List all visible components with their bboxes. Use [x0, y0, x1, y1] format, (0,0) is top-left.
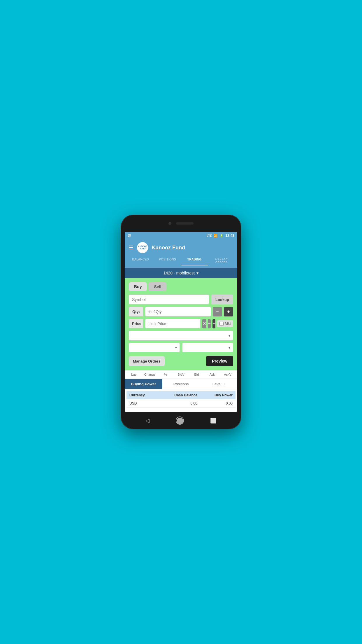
lookup-button[interactable]: Lookup — [211, 295, 233, 304]
status-bar: 🖼 LTE 📶 🔋 12:43 — [125, 232, 237, 239]
cell-cash-balance: 0.00 — [158, 399, 200, 408]
cell-buy-power: 0.00 — [200, 399, 236, 408]
trading-panel: Buy Sell Lookup Qty: − + Price: — [125, 278, 237, 370]
dropdown2a-wrap — [129, 343, 180, 352]
price-row: Price: ✕ − + Mkt — [129, 319, 233, 328]
tab-manage-orders[interactable]: MANAGE ORDERS — [208, 256, 235, 265]
phone-frame: 🖼 LTE 📶 🔋 12:43 ☰ KUNOOZ FUND Kunooz Fun… — [121, 215, 241, 429]
battery-icon: 🔋 — [219, 234, 224, 238]
price-input[interactable] — [145, 319, 201, 328]
buy-button[interactable]: Buy — [129, 282, 147, 291]
market-data-row: Last Change % BidV Bid Ask AskV — [125, 370, 237, 379]
photo-icon: 🖼 — [128, 234, 131, 237]
phone-bottom-bar: ◁ ⬤ ⬜ — [121, 412, 241, 429]
tab-buying-power[interactable]: Buying Power — [125, 379, 162, 389]
col-header-buy-power: Buy Power — [200, 391, 236, 399]
hamburger-menu-icon[interactable]: ☰ — [129, 244, 133, 251]
app-title: Kunooz Fund — [152, 245, 185, 251]
recents-button[interactable]: ⬜ — [210, 417, 217, 424]
qty-decrement-button[interactable]: − — [213, 307, 222, 316]
tab-positions-bottom[interactable]: Positions — [162, 379, 200, 389]
qty-input[interactable] — [145, 307, 211, 316]
phone-screen: 🖼 LTE 📶 🔋 12:43 ☰ KUNOOZ FUND Kunooz Fun… — [125, 232, 237, 412]
sell-button[interactable]: Sell — [149, 282, 166, 291]
tab-positions[interactable]: POSITIONS — [154, 256, 181, 265]
market-col-askv: AskV — [220, 373, 236, 376]
tab-trading[interactable]: TRADING — [181, 256, 208, 265]
table-row: USD 0.00 0.00 — [126, 399, 236, 408]
time-display: 12:43 — [225, 234, 234, 238]
dropdown2b-select[interactable] — [182, 343, 233, 352]
signal-icon: 📶 — [214, 234, 218, 238]
account-selector[interactable]: 1420 - mobiletest ▾ — [125, 268, 237, 278]
tab-balances[interactable]: BALANCES — [127, 256, 154, 265]
market-col-bid: Bid — [189, 373, 204, 376]
home-button[interactable]: ⬤ — [176, 416, 184, 425]
account-label: 1420 - mobiletest — [164, 271, 195, 275]
price-label: Price: — [129, 319, 143, 328]
mkt-checkbox[interactable] — [219, 322, 224, 326]
camera-dot — [168, 222, 171, 225]
buying-power-table: Currency Cash Balance Buy Power USD 0.00… — [126, 391, 236, 408]
col-header-cash-balance: Cash Balance — [158, 391, 200, 399]
symbol-input[interactable] — [129, 295, 209, 304]
app-logo: KUNOOZ FUND — [137, 242, 148, 253]
dropdown-row2 — [129, 343, 233, 352]
cell-currency: USD — [126, 399, 158, 408]
dropdown-row1 — [129, 331, 233, 340]
tab-level2[interactable]: Level II — [200, 379, 237, 389]
dropdown2a-select[interactable] — [129, 343, 180, 352]
dropdown1-wrap — [129, 331, 233, 340]
dropdown1-select[interactable] — [129, 331, 233, 340]
speaker-slot — [176, 222, 194, 225]
market-col-last: Last — [126, 373, 142, 376]
qty-increment-button[interactable]: + — [224, 307, 233, 316]
market-col-ask: Ask — [204, 373, 220, 376]
price-decrement-button[interactable]: − — [208, 319, 211, 328]
dropdown2b-wrap — [182, 343, 233, 352]
price-increment-button[interactable]: + — [212, 319, 215, 328]
qty-label: Qty: — [129, 307, 143, 316]
lte-icon: LTE — [207, 234, 212, 237]
market-col-pct: % — [158, 373, 173, 376]
back-button[interactable]: ◁ — [145, 417, 150, 424]
market-col-change: Change — [142, 373, 157, 376]
status-right: LTE 📶 🔋 12:43 — [207, 234, 234, 238]
action-row: Manage Orders Preview — [129, 356, 233, 366]
col-header-currency: Currency — [126, 391, 158, 399]
symbol-row: Lookup — [129, 295, 233, 304]
market-col-bidv: BidV — [173, 373, 189, 376]
status-left: 🖼 — [128, 234, 131, 237]
qty-row: Qty: − + — [129, 307, 233, 316]
preview-button[interactable]: Preview — [206, 356, 233, 366]
app-header: ☰ KUNOOZ FUND Kunooz Fund — [125, 239, 237, 256]
price-clear-button[interactable]: ✕ — [202, 319, 206, 328]
bottom-tabs: Buying Power Positions Level II — [125, 379, 237, 389]
mkt-label: Mkt — [225, 321, 231, 326]
phone-top-bar — [121, 215, 241, 232]
buying-power-content: Currency Cash Balance Buy Power USD 0.00… — [125, 389, 237, 410]
screen-content: 🖼 LTE 📶 🔋 12:43 ☰ KUNOOZ FUND Kunooz Fun… — [125, 232, 237, 412]
mkt-wrap: Mkt — [217, 320, 233, 327]
buy-sell-group: Buy Sell — [129, 282, 233, 291]
manage-orders-button[interactable]: Manage Orders — [129, 356, 165, 366]
nav-tabs: BALANCES POSITIONS TRADING MANAGE ORDERS — [125, 256, 237, 268]
account-chevron-icon: ▾ — [196, 271, 198, 275]
